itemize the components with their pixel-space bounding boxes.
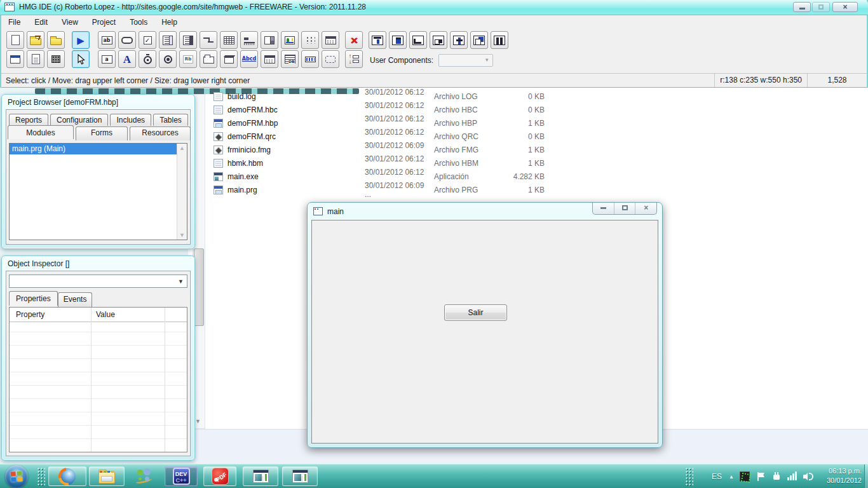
taskbar-explorer-button[interactable] xyxy=(89,466,125,486)
form-minimize-button[interactable] xyxy=(593,203,614,214)
close-button[interactable]: × xyxy=(832,2,858,12)
tab-order-button[interactable]: ↑↓ xyxy=(345,50,363,68)
user-components-select[interactable]: ▼ xyxy=(438,54,493,67)
run-button[interactable]: ▶ xyxy=(72,31,90,49)
language-indicator[interactable]: ES xyxy=(710,472,723,481)
tab-forms[interactable]: Forms xyxy=(76,126,128,140)
hyperlink-control-button[interactable]: Abcd xyxy=(240,50,258,68)
tab-resources[interactable]: Resources xyxy=(130,126,191,140)
delete-control-button[interactable]: × xyxy=(345,31,363,49)
label-control-button[interactable]: A xyxy=(118,50,136,68)
status-counter: 1,528 xyxy=(807,74,867,87)
file-row[interactable]: main.prg 30/01/2012 06:09 ... Archivo PR… xyxy=(214,183,547,196)
tab-modules[interactable]: Modules xyxy=(8,125,74,139)
radiogroup-icon xyxy=(306,36,315,44)
datepicker-control-button[interactable] xyxy=(322,31,339,49)
button-control-button[interactable]: Rb xyxy=(179,50,197,68)
menu-edit[interactable]: Edit xyxy=(27,17,55,28)
tray-app-icon[interactable] xyxy=(740,471,750,482)
view-source-button[interactable] xyxy=(27,50,44,68)
spinner-control-button[interactable] xyxy=(261,31,278,49)
show-hidden-icons-chevron[interactable]: ▲ xyxy=(729,474,734,480)
menu-file[interactable]: File xyxy=(1,17,27,28)
network-signal-icon[interactable] xyxy=(787,471,797,482)
salir-button[interactable]: Salir xyxy=(444,304,507,321)
scroll-up-icon[interactable]: ▲ xyxy=(179,145,185,151)
listbox-control-button[interactable] xyxy=(159,31,177,49)
align-top-button[interactable] xyxy=(369,31,386,49)
scroll-down-icon[interactable]: ▼ xyxy=(179,232,185,238)
start-button[interactable] xyxy=(5,465,28,488)
menu-help[interactable]: Help xyxy=(154,17,184,28)
resources-button[interactable] xyxy=(47,50,65,68)
form-close-button[interactable]: × xyxy=(635,203,656,214)
menu-project[interactable]: Project xyxy=(85,17,123,28)
taskbar-clock[interactable]: 06:13 p.m. 30/01/2012 xyxy=(815,466,862,485)
combo-edit-control-button[interactable]: a xyxy=(98,50,116,68)
tab-reports[interactable]: Reports xyxy=(9,114,48,126)
align-bottom-button[interactable] xyxy=(409,31,427,49)
list-item-selected[interactable]: main.prg (Main) xyxy=(10,144,177,154)
same-size-button[interactable] xyxy=(450,31,468,49)
bring-front-button[interactable] xyxy=(470,31,488,49)
project-browser-title[interactable]: Project Browser [demoFRM.hbp] xyxy=(2,95,194,107)
select-pointer-button[interactable] xyxy=(72,50,90,68)
open-project-button[interactable] xyxy=(27,31,44,49)
form-window-title[interactable]: main xyxy=(327,207,344,216)
monthcalendar-control-button[interactable] xyxy=(261,50,278,68)
tray-grip[interactable] xyxy=(685,467,693,486)
animate-control-button[interactable] xyxy=(220,50,238,68)
grid-control-button[interactable] xyxy=(220,31,238,49)
radiobutton-control-button[interactable] xyxy=(159,50,177,68)
align-hcenter-button[interactable] xyxy=(430,31,447,49)
tab-configuration[interactable]: Configuration xyxy=(50,114,108,126)
open-form-button[interactable] xyxy=(47,31,65,49)
modules-list-scrollbar[interactable]: ▲ ▼ xyxy=(177,144,187,240)
slider-control-button[interactable] xyxy=(200,31,217,49)
new-form-button[interactable] xyxy=(6,50,24,68)
checkbox-control-button[interactable]: ✓ xyxy=(139,31,156,49)
scroll-down-icon[interactable]: ▼ xyxy=(195,418,201,424)
radiogroup-control-button[interactable] xyxy=(301,31,319,49)
taskbar-pdf-button[interactable]: PDF xyxy=(203,466,236,486)
textbox-control-button[interactable]: ab xyxy=(98,31,116,49)
action-center-flag-icon[interactable] xyxy=(756,471,766,482)
minimize-button[interactable] xyxy=(793,2,811,12)
show-desktop-button[interactable] xyxy=(864,464,868,488)
object-selector-combobox[interactable]: ▼ xyxy=(9,274,187,288)
new-project-button[interactable] xyxy=(6,31,24,49)
ide-titlebar[interactable]: HMG IDE (c) Roberto Lopez - http://sites… xyxy=(0,0,868,15)
form-maximize-button[interactable] xyxy=(614,203,636,214)
tab-tables[interactable]: Tables xyxy=(153,114,188,126)
combobox-control-button[interactable] xyxy=(179,31,197,49)
property-table-rows[interactable] xyxy=(10,322,187,452)
align-vcenter-button[interactable] xyxy=(389,31,407,49)
image-control-button[interactable] xyxy=(281,31,299,49)
timer-control-button[interactable] xyxy=(139,50,156,68)
taskbar-hmg-window-button[interactable] xyxy=(243,466,278,486)
frame-control-button[interactable] xyxy=(322,50,339,68)
taskbar-hmg-window-button[interactable] xyxy=(282,466,318,486)
taskbar-devcpp-button[interactable]: DEVC++ xyxy=(165,466,198,486)
volume-icon[interactable] xyxy=(803,471,813,482)
tab-events[interactable]: Events xyxy=(58,292,93,307)
form-canvas[interactable]: Salir xyxy=(311,220,658,444)
tab-control-button[interactable] xyxy=(200,50,217,68)
property-table: Property Value xyxy=(9,307,187,452)
tab-includes[interactable]: Includes xyxy=(110,114,151,126)
power-plug-icon[interactable] xyxy=(771,471,782,482)
tab-properties[interactable]: Properties xyxy=(9,291,58,306)
taskbar-messenger-button[interactable] xyxy=(127,466,161,486)
toolbar-control-button[interactable] xyxy=(240,31,258,49)
editbox-control-button[interactable] xyxy=(118,31,136,49)
scrollbar-thumb[interactable] xyxy=(194,248,204,326)
menu-view[interactable]: View xyxy=(55,17,85,28)
taskbar-firefox-button[interactable] xyxy=(48,466,86,486)
browse-db-control-button[interactable]: DB xyxy=(281,50,299,68)
columns-button[interactable] xyxy=(491,31,508,49)
object-inspector-title[interactable]: Object Inspector [] xyxy=(2,256,194,268)
menu-tools[interactable]: Tools xyxy=(123,17,154,28)
maximize-button[interactable] xyxy=(812,2,830,12)
progressbar-control-button[interactable] xyxy=(301,50,319,68)
taskbar-grip[interactable] xyxy=(37,467,45,486)
